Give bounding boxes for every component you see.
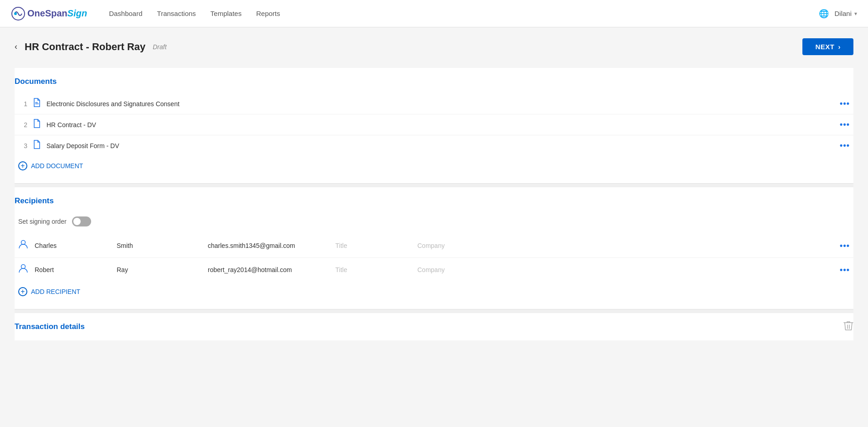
recipient-title-2: Title [335,266,417,273]
transaction-details-section: Transaction details [15,313,853,340]
doc-file-icon-3 [33,140,41,151]
add-recipient-icon: + [18,287,27,296]
nav-links: Dashboard Transactions Templates Reports [109,8,804,19]
globe-icon[interactable]: 🌐 [819,9,829,19]
svg-point-1 [14,12,17,15]
documents-section: Documents 1 Electronic Disclosures and S… [15,68,853,184]
doc-file-icon-2 [33,119,41,130]
doc-name-2: HR Contract - DV [46,121,834,129]
doc-menu-2[interactable]: ••• [840,120,850,129]
doc-name-1: Electronic Disclosures and Signatures Co… [46,100,834,108]
recipient-company-1: Company [417,242,508,249]
page-header: ‹ HR Contract - Robert Ray Draft NEXT › [15,38,853,55]
document-list: 1 Electronic Disclosures and Signatures … [15,93,853,156]
recipient-menu-1[interactable]: ••• [840,241,850,251]
recipient-row: Robert Ray robert_ray2014@hotmail.com Ti… [15,258,853,282]
nav-transactions[interactable]: Transactions [157,8,196,19]
page-content: ‹ HR Contract - Robert Ray Draft NEXT › … [0,27,868,351]
doc-number-3: 3 [18,142,27,149]
page-header-left: ‹ HR Contract - Robert Ray Draft [15,41,167,53]
recipient-last-2: Ray [117,266,208,273]
nav-right: 🌐 Dilani ▾ [819,9,857,19]
recipient-last-1: Smith [117,242,208,249]
chevron-down-icon: ▾ [854,10,857,17]
recipient-first-2: Robert [35,266,117,273]
user-name: Dilani [834,10,852,17]
toggle-track [72,216,91,226]
svg-point-4 [21,241,26,245]
document-item: 1 Electronic Disclosures and Signatures … [15,93,853,114]
recipient-avatar-1 [18,239,35,252]
recipient-row: Charles Smith charles.smith1345@gmail.co… [15,234,853,258]
section-divider-2 [15,309,853,313]
page-title: HR Contract - Robert Ray [25,41,145,53]
doc-number-1: 1 [18,100,27,108]
recipient-email-2: robert_ray2014@hotmail.com [208,266,335,273]
doc-number-2: 2 [18,121,27,129]
back-button[interactable]: ‹ [15,42,17,51]
user-menu[interactable]: Dilani ▾ [834,10,857,17]
svg-rect-3 [35,103,39,104]
signing-order-row: Set signing order [15,213,853,234]
svg-rect-2 [35,102,38,103]
add-document-icon: + [18,161,27,170]
trash-icon[interactable] [843,320,853,334]
status-badge: Draft [153,43,166,51]
recipients-section: Recipients Set signing order Charles Smi… [15,187,853,309]
documents-title: Documents [15,68,853,93]
next-button[interactable]: NEXT › [802,38,853,55]
doc-name-3: Salary Deposit Form - DV [46,142,834,149]
recipient-first-1: Charles [35,242,117,249]
recipient-avatar-2 [18,263,35,276]
add-recipient-label: ADD RECIPIENT [31,288,80,295]
transaction-details-title: Transaction details [15,313,85,340]
signing-order-label: Set signing order [18,218,67,225]
document-item: 2 HR Contract - DV ••• [15,114,853,135]
nav-reports[interactable]: Reports [256,8,280,19]
nav-dashboard[interactable]: Dashboard [109,8,142,19]
logo[interactable]: OneSpanSign [11,6,87,21]
signing-order-toggle[interactable] [72,216,91,226]
next-arrow-icon: › [838,43,841,51]
section-divider [15,184,853,187]
navbar: OneSpanSign Dashboard Transactions Templ… [0,0,868,27]
recipient-email-1: charles.smith1345@gmail.com [208,242,335,249]
recipient-menu-2[interactable]: ••• [840,265,850,275]
recipients-title: Recipients [15,187,853,213]
toggle-thumb [73,218,81,225]
recipient-title-1: Title [335,242,417,249]
add-document-label: ADD DOCUMENT [31,162,83,170]
doc-file-icon-1 [33,98,41,109]
svg-point-5 [21,265,26,269]
doc-menu-1[interactable]: ••• [840,99,850,108]
add-recipient-button[interactable]: + ADD RECIPIENT [15,282,84,302]
doc-menu-3[interactable]: ••• [840,141,850,150]
document-item: 3 Salary Deposit Form - DV ••• [15,135,853,156]
nav-templates[interactable]: Templates [211,8,241,19]
add-document-button[interactable]: + ADD DOCUMENT [15,156,87,176]
recipient-company-2: Company [417,266,508,273]
